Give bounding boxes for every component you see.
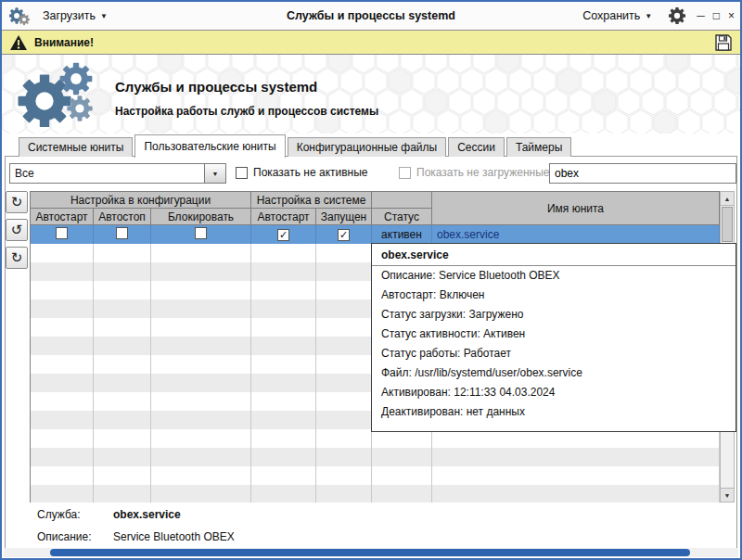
undo-history-icon: ↺ xyxy=(11,222,23,238)
refresh-button[interactable]: ↻ xyxy=(6,191,28,213)
horizontal-scrollbar[interactable] xyxy=(4,548,738,557)
reload-button[interactable]: ↻ xyxy=(6,247,28,269)
tooltip-line: Файл: /usr/lib/systemd/user/obex.service xyxy=(372,363,736,383)
checkbox-config-block[interactable] xyxy=(195,227,207,239)
reload-icon: ↻ xyxy=(11,249,23,266)
filter-dropdown[interactable]: Все ▼ xyxy=(9,163,226,184)
description-value: Service Bluetooth OBEX xyxy=(113,530,235,543)
tab-sessions[interactable]: Сессии xyxy=(448,137,505,157)
filter-dropdown-value: Все xyxy=(10,167,204,180)
minimize-button[interactable]: ─ xyxy=(697,10,705,21)
checkbox-system-running[interactable] xyxy=(338,229,350,241)
unit-name-cell[interactable]: obex.service xyxy=(432,225,720,245)
chevron-down-icon[interactable]: ▼ xyxy=(204,164,225,183)
warning-label: Внимание! xyxy=(34,36,94,49)
checkbox-show-inactive[interactable]: Показать не активные xyxy=(236,166,368,179)
refresh-icon: ↻ xyxy=(11,194,23,210)
maximize-button[interactable]: □ xyxy=(713,10,720,21)
table-row-empty[interactable] xyxy=(31,466,720,485)
description-label: Описание: xyxy=(37,530,92,543)
close-button[interactable]: × xyxy=(728,10,735,21)
group-header-config: Настройка в конфигурации xyxy=(31,192,251,209)
tooltip-line: Активирован: 12:11:33 04.03.2024 xyxy=(372,383,736,402)
tooltip-line: Статус загрузки: Загружено xyxy=(372,305,736,325)
app-banner: Службы и процессы systemd Настройка рабо… xyxy=(2,55,740,134)
tooltip-line: Статус работы: Работает xyxy=(372,344,736,363)
tooltip-line: Деактивирован: нет данных xyxy=(372,402,736,422)
checkbox-show-unloaded: Показать не загруженные xyxy=(399,166,549,179)
tooltip-line: Автостарт: Включен xyxy=(372,286,736,305)
column-header-autostart-system[interactable]: Автостарт xyxy=(251,209,316,225)
tooltip-line: Описание: Service Bluetooth OBEX xyxy=(372,266,736,286)
column-header-status[interactable]: Статус xyxy=(372,209,432,225)
column-header-unit-name[interactable]: Имя юнита xyxy=(432,192,720,225)
column-header-running[interactable]: Запущен xyxy=(316,209,372,225)
column-header-block[interactable]: Блокировать xyxy=(151,209,251,225)
group-header-system: Настройка в системе xyxy=(251,192,372,209)
service-label: Служба: xyxy=(37,508,81,521)
warning-bar: Внимание! xyxy=(2,30,740,55)
window-title: Службы и процессы systemd xyxy=(287,9,455,22)
search-input[interactable] xyxy=(549,163,736,184)
horizontal-scrollbar-thumb[interactable] xyxy=(50,549,690,556)
unit-tooltip: obex.service Описание: Service Bluetooth… xyxy=(371,243,736,432)
checkbox-system-autostart[interactable] xyxy=(277,229,289,241)
title-bar: Загрузить ▼ Службы и процессы systemd Со… xyxy=(2,2,740,31)
tab-config-files[interactable]: Конфигурационные файлы xyxy=(288,137,446,157)
table-row-selected[interactable]: активен obex.service xyxy=(31,225,720,245)
checkbox-config-autostop[interactable] xyxy=(116,227,128,239)
table-row-empty[interactable] xyxy=(31,485,720,503)
app-logo-gears xyxy=(15,60,108,127)
save-menu-button[interactable]: Сохранить ▼ xyxy=(577,6,658,25)
tab-bar: Системные юниты Пользовательские юниты К… xyxy=(19,134,571,157)
tab-timers[interactable]: Таймеры xyxy=(506,137,571,157)
load-menu-label: Загрузить xyxy=(43,9,96,22)
table-row-empty[interactable] xyxy=(31,429,720,448)
checkbox-box xyxy=(399,167,411,179)
page-subtitle: Настройка работы служб и процессов систе… xyxy=(115,105,378,118)
status-cell: активен xyxy=(372,225,432,245)
service-value: obex.service xyxy=(113,508,181,521)
page-title: Службы и процессы systemd xyxy=(115,79,317,95)
table-row-empty[interactable] xyxy=(31,448,720,466)
tooltip-line: Статус активности: Активен xyxy=(372,325,736,344)
scroll-down-icon[interactable]: ▼ xyxy=(721,488,734,502)
group-header-spacer xyxy=(372,192,432,209)
chevron-down-icon: ▼ xyxy=(100,12,108,20)
vertical-scrollbar-thumb[interactable] xyxy=(722,207,733,242)
checkbox-config-autostart[interactable] xyxy=(56,227,68,239)
save-menu-label: Сохранить xyxy=(582,9,640,22)
undo-history-button[interactable]: ↺ xyxy=(6,219,28,241)
save-file-icon[interactable] xyxy=(714,33,733,52)
warning-icon xyxy=(9,34,28,51)
app-gears-icon xyxy=(9,6,30,26)
hexagon-pattern xyxy=(2,55,740,134)
scroll-up-icon[interactable]: ▲ xyxy=(721,192,734,206)
chevron-down-icon: ▼ xyxy=(645,12,652,20)
checkbox-show-unloaded-label: Показать не загруженные xyxy=(416,166,549,179)
checkbox-show-inactive-label: Показать не активные xyxy=(253,166,368,179)
settings-gear-icon[interactable] xyxy=(669,7,685,24)
column-header-autostart-config[interactable]: Автостарт xyxy=(31,209,94,225)
app-window: Загрузить ▼ Службы и процессы systemd Со… xyxy=(0,0,742,560)
load-menu-button[interactable]: Загрузить ▼ xyxy=(37,6,113,25)
checkbox-box[interactable] xyxy=(236,167,248,179)
tab-user-units[interactable]: Пользовательские юниты xyxy=(134,134,285,158)
tooltip-title: obex.service xyxy=(372,244,736,266)
tab-system-units[interactable]: Системные юниты xyxy=(19,137,133,157)
column-header-autostop[interactable]: Автостоп xyxy=(94,209,151,225)
